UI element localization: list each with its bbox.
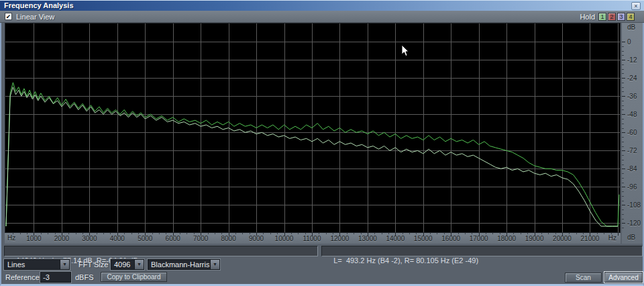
hz-tick-minor — [409, 233, 410, 234]
hz-tick-minor — [333, 233, 333, 234]
reference-input[interactable] — [40, 272, 71, 283]
linear-view-checkbox[interactable]: ✔ — [5, 13, 12, 20]
frequency-analysis-window: Frequency Analysis × ✔ Linear View Hold … — [0, 0, 644, 286]
hz-tick-minor — [319, 233, 319, 234]
db-tick-minor — [622, 55, 624, 56]
hz-tick-minor — [180, 233, 180, 234]
hz-tick-label: 10000 — [275, 235, 294, 242]
hz-tick-major — [451, 233, 451, 236]
db-tick-minor — [622, 73, 624, 74]
hz-tick-minor — [361, 233, 362, 234]
hold-button-1[interactable]: 1 — [598, 13, 606, 21]
hz-tick-label: 14000 — [386, 235, 405, 242]
hold-label: Hold — [580, 13, 595, 21]
db-tick-minor — [622, 137, 624, 138]
hz-tick-minor — [374, 233, 375, 234]
display-mode-value: Lines — [5, 260, 60, 269]
hz-tick-minor — [138, 233, 139, 234]
db-tick-label: -24 — [627, 75, 637, 82]
chevron-down-icon[interactable]: ▼ — [210, 260, 219, 269]
chevron-down-icon[interactable]: ▼ — [134, 260, 144, 269]
db-tick-label: -12 — [627, 56, 637, 64]
spectrum-plot[interactable] — [5, 23, 621, 233]
db-tick-major — [622, 187, 625, 187]
hz-tick-label: 2000 — [54, 235, 69, 242]
hold-button-2[interactable]: 2 — [608, 13, 616, 21]
db-tick-label: -72 — [627, 147, 637, 154]
hz-tick-minor — [298, 233, 299, 234]
status-bar-peak-readout: L= 493.2 Hz (B4 -2), R= 80.105 Hz (E2 -4… — [321, 246, 643, 256]
db-tick-label: -120 — [627, 220, 641, 227]
hz-tick-minor — [326, 233, 327, 234]
db-tick-major — [622, 78, 625, 79]
hz-tick-minor — [110, 233, 111, 234]
hold-button-4[interactable]: 4 — [627, 13, 635, 21]
hz-tick-major — [34, 233, 34, 236]
hz-tick-minor — [277, 233, 278, 234]
status-bar-cursor-readout: 14240 Hz, L=-77.14 dB, R=-64.61 dB — [4, 246, 318, 256]
hz-tick-minor — [13, 233, 13, 234]
db-tick-major — [622, 96, 625, 97]
window-function-select[interactable]: Blackmann-Harris ▼ — [148, 259, 220, 270]
close-button[interactable]: × — [631, 2, 641, 10]
scan-button[interactable]: Scan — [565, 273, 602, 283]
hz-tick-label: 9000 — [249, 235, 264, 242]
hz-tick-minor — [186, 233, 187, 234]
close-icon: × — [634, 3, 637, 9]
hz-tick-minor — [513, 233, 514, 234]
advanced-button[interactable]: Advanced — [604, 272, 643, 283]
hz-tick-label: 21000 — [581, 235, 600, 242]
db-tick-minor — [622, 83, 624, 83]
hold-button-3[interactable]: 3 — [617, 13, 625, 21]
fft-size-select[interactable]: 4096 ▼ — [111, 259, 144, 270]
hz-unit-right: Hz — [608, 234, 616, 242]
hz-tick-minor — [437, 233, 437, 234]
display-mode-select[interactable]: Lines ▼ — [4, 259, 70, 270]
hz-tick-major — [256, 233, 257, 236]
hz-tick-label: 20000 — [553, 235, 572, 242]
hz-tick-major — [535, 233, 535, 236]
hz-tick-major — [284, 233, 285, 236]
db-tick-minor — [622, 191, 624, 192]
hz-tick-label: 18000 — [497, 235, 516, 242]
db-tick-minor — [622, 142, 624, 142]
hz-tick-minor — [83, 233, 83, 234]
hz-tick-major — [312, 233, 313, 236]
db-tick-minor — [622, 201, 624, 201]
hz-tick-minor — [402, 233, 403, 234]
hz-tick-major — [423, 233, 424, 236]
db-tick-minor — [622, 196, 624, 197]
hz-tick-major — [339, 233, 340, 236]
db-tick-minor — [622, 228, 624, 228]
hz-tick-major — [229, 233, 229, 236]
hz-tick-label: 16000 — [441, 235, 460, 242]
hz-tick-minor — [388, 233, 389, 234]
toolbar: ✔ Linear View Hold 1 2 3 4 — [0, 11, 644, 23]
hz-tick-major — [117, 233, 118, 236]
hz-tick-label: 5000 — [138, 235, 152, 242]
title-bar[interactable]: Frequency Analysis × — [0, 0, 644, 11]
db-tick-minor — [622, 178, 624, 179]
hz-tick-minor — [548, 233, 549, 234]
hz-tick-minor — [521, 233, 521, 234]
hz-tick-major — [89, 233, 90, 236]
db-tick-major — [622, 169, 625, 169]
db-tick-minor — [622, 155, 624, 156]
db-tick-minor — [622, 69, 624, 70]
hz-tick-minor — [235, 233, 236, 234]
hz-tick-minor — [465, 233, 466, 234]
hz-tick-label: 19000 — [525, 235, 544, 242]
hz-tick-major — [562, 233, 563, 236]
hz-tick-label: 15000 — [414, 235, 433, 242]
hz-tick-label: 17000 — [470, 235, 488, 242]
hz-tick-major — [145, 233, 146, 236]
hz-tick-minor — [583, 233, 584, 234]
chevron-down-icon[interactable]: ▼ — [60, 260, 69, 269]
hz-scale: Hz Hz 1000200030004000500060007000800090… — [5, 233, 621, 244]
hz-tick-major — [395, 233, 396, 236]
hz-tick-major — [173, 233, 174, 236]
db-tick-major — [622, 150, 625, 151]
hz-tick-major — [506, 233, 507, 236]
hz-tick-minor — [555, 233, 556, 234]
copy-to-clipboard-button[interactable]: Copy to Clipboard — [101, 272, 167, 282]
